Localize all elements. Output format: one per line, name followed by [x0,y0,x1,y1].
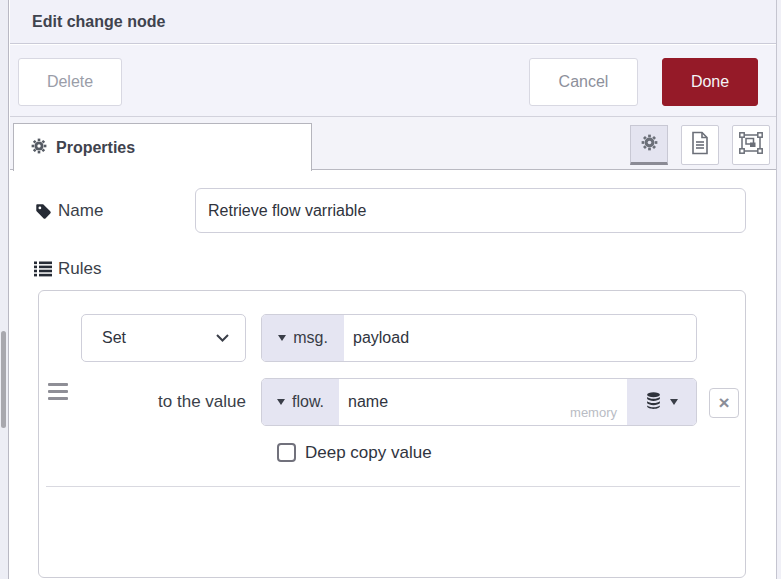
appearance-icon [739,132,763,158]
property-type-button[interactable]: msg. [262,315,344,361]
deep-copy-label: Deep copy value [305,443,432,462]
to-the-value-label: to the value [100,378,246,426]
list-icon [34,261,52,281]
done-button[interactable]: Done [662,58,758,106]
caret-down-icon [670,399,678,405]
context-store-hint: memory [570,405,617,420]
property-value-text: payload [353,329,409,347]
delete-button[interactable]: Delete [18,58,122,106]
name-label: Name [58,201,103,221]
caret-down-icon [278,335,286,341]
rule-divider [46,486,740,487]
rule-action-select[interactable]: Set [81,314,246,362]
caret-down-icon [277,399,285,405]
doc-icon [690,131,710,159]
description-view-button[interactable] [681,125,719,165]
cancel-button[interactable]: Cancel [529,58,638,106]
value-value-text: name [348,393,388,411]
name-input[interactable] [195,188,746,233]
value-value-input[interactable]: name memory [339,379,627,425]
property-value-input[interactable]: payload [344,315,696,361]
appearance-view-button[interactable] [732,125,770,165]
remove-rule-button[interactable]: × [709,388,739,418]
tag-icon [35,203,52,224]
context-store-button[interactable] [627,379,696,425]
delete-button-label: Delete [47,73,93,91]
done-button-label: Done [691,73,729,91]
grip-icon[interactable] [48,383,68,400]
rule-action-value: Set [82,329,216,347]
left-scrollbar-handle[interactable] [1,331,6,428]
workspace-edge [0,0,9,579]
chevron-down-icon [216,334,229,342]
gear-icon [641,134,658,155]
database-icon [646,392,661,413]
dialog-title: Edit change node [32,0,165,43]
value-type-button[interactable]: flow. [262,379,339,425]
dialog-header: Edit change node [10,0,776,44]
rule-value-typedinput: flow. name memory [261,378,697,426]
cancel-button-label: Cancel [559,73,609,91]
property-type-label: msg. [293,329,328,347]
deep-copy-checkbox[interactable] [277,443,296,462]
rule-property-typedinput: msg. payload [261,314,697,362]
properties-view-button[interactable] [630,125,668,165]
gear-icon [31,138,47,158]
tab-properties-label: Properties [56,139,135,157]
value-type-label: flow. [292,393,324,411]
rules-label: Rules [58,259,101,279]
tab-properties[interactable]: Properties [13,123,312,171]
close-icon: × [718,392,729,413]
tray-edge [777,0,781,579]
